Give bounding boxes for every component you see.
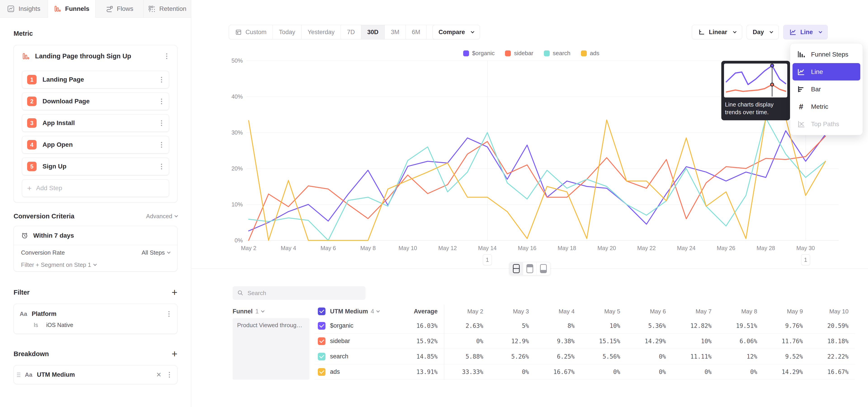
tab-label: Insights <box>19 5 40 12</box>
range-label: Yesterday <box>308 29 335 36</box>
tab-insights[interactable]: Insights <box>0 0 48 18</box>
remove-breakdown-icon[interactable]: × <box>155 370 162 379</box>
x-axis-tick: May 12 <box>438 245 457 251</box>
conversion-rate-dropdown[interactable]: All Steps <box>142 249 170 256</box>
select-all-checkbox[interactable] <box>318 308 326 315</box>
range-option-30d[interactable]: 30D <box>361 25 385 39</box>
tab-funnels[interactable]: Funnels <box>48 0 96 18</box>
step-number-badge: 4 <box>27 140 37 150</box>
add-step-button[interactable]: +Add Step <box>22 179 169 197</box>
legend-swatch <box>544 51 550 56</box>
top-paths-icon <box>797 120 805 128</box>
filter-segment-dropdown[interactable]: Filter + Segment on Step 1 <box>14 258 177 271</box>
legend-swatch <box>581 51 587 56</box>
add-breakdown-button[interactable]: + <box>172 349 178 359</box>
step-kebab-icon[interactable] <box>159 97 164 106</box>
series-checkbox[interactable] <box>318 337 326 345</box>
breakdown-kebab-icon[interactable] <box>167 370 172 379</box>
funnel-step[interactable]: 2 Download Page <box>22 92 169 110</box>
chart-type-button[interactable]: Line <box>783 25 828 39</box>
bar-chart-icon <box>797 85 805 93</box>
x-axis-tick: May 6 <box>320 245 336 251</box>
menu-item-metric[interactable]: # Metric <box>793 98 860 115</box>
table-cell: 9.38% <box>535 338 581 345</box>
flows-icon <box>105 5 113 12</box>
range-option-6m[interactable]: 6M <box>406 25 427 39</box>
step-kebab-icon[interactable] <box>159 75 164 84</box>
step-number-badge: 2 <box>27 97 37 106</box>
add-step-label: Add Step <box>36 185 62 192</box>
table-header: Funnel 1 UTM Medium 4 Average May 2May 3… <box>232 305 855 318</box>
filter-value[interactable]: iOS Native <box>46 322 73 328</box>
table-cell: 0% <box>627 353 672 360</box>
advanced-dropdown[interactable]: Advanced <box>146 213 178 220</box>
x-axis-tick: May 8 <box>360 245 376 251</box>
x-axis-tick: May 10 <box>399 245 417 251</box>
table-cell: 22.22% <box>809 353 855 360</box>
breakdown-column-header[interactable]: UTM Medium <box>330 308 368 315</box>
filter-kebab-icon[interactable] <box>166 309 171 319</box>
date-column-header: May 2 <box>444 308 490 315</box>
average-value: 15.92% <box>416 338 444 345</box>
range-option-7d[interactable]: 7D <box>341 25 361 39</box>
step-label: App Install <box>42 119 159 127</box>
add-filter-button[interactable]: + <box>172 287 178 298</box>
layout-bottom-toggle[interactable] <box>537 262 550 275</box>
funnel-step[interactable]: 5 Sign Up <box>22 158 169 175</box>
range-option-custom[interactable]: Custom <box>229 25 273 39</box>
legend-item[interactable]: ads <box>581 50 599 57</box>
table-cell: 11.11% <box>672 353 718 360</box>
layout-top-toggle[interactable] <box>523 262 537 275</box>
calendar-icon <box>235 29 242 35</box>
funnel-name-cell[interactable]: Product Viewed through P... <box>232 318 309 380</box>
table-cell: 14.29% <box>627 338 672 345</box>
series-checkbox[interactable] <box>318 368 326 376</box>
range-option-yesterday[interactable]: Yesterday <box>302 25 341 39</box>
menu-item-bar[interactable]: Bar <box>793 81 860 98</box>
table-cell: 10% <box>672 338 718 345</box>
funnel-step[interactable]: 1 Landing Page <box>22 71 169 88</box>
menu-item-top-paths[interactable]: Top Paths <box>793 115 860 133</box>
y-axis-tick: 20% <box>222 165 243 172</box>
breakdown-property[interactable]: UTM Medium <box>37 371 151 378</box>
filter-operator[interactable]: Is <box>34 322 38 328</box>
menu-item-funnel-steps[interactable]: Funnel Steps <box>793 46 860 63</box>
step-kebab-icon[interactable] <box>159 119 164 128</box>
step-kebab-icon[interactable] <box>159 162 164 171</box>
interval-button[interactable]: Day <box>747 25 779 39</box>
drag-handle-icon[interactable] <box>17 373 20 377</box>
table-cell: 0% <box>627 369 672 375</box>
table-cell: 8% <box>535 322 581 329</box>
table-cell: 5.56% <box>581 353 627 360</box>
metric-kebab-icon[interactable] <box>164 52 169 61</box>
series-checkbox[interactable] <box>318 322 326 330</box>
filter-property[interactable]: Platform <box>32 310 162 317</box>
legend-item[interactable]: search <box>544 50 570 57</box>
step-kebab-icon[interactable] <box>159 140 164 150</box>
table-cell: 10% <box>581 322 627 329</box>
funnel-step[interactable]: 4 App Open <box>22 136 169 154</box>
conversion-window-row[interactable]: Within 7 days <box>14 226 177 245</box>
legend-item[interactable]: $organic <box>463 50 495 57</box>
tab-retention[interactable]: Retention <box>144 0 191 18</box>
legend-item[interactable]: sidebar <box>505 50 533 57</box>
series-checkbox[interactable] <box>318 353 326 361</box>
funnel-column-header[interactable]: Funnel 1 <box>232 308 312 315</box>
annotation-badge[interactable]: 1 <box>801 254 810 265</box>
search-input[interactable]: Search <box>232 286 366 300</box>
range-option-today[interactable]: Today <box>273 25 302 39</box>
legend-label: sidebar <box>514 50 533 57</box>
range-option-3m[interactable]: 3M <box>385 25 406 39</box>
funnel-step[interactable]: 3 App Install <box>22 114 169 132</box>
table-cell: 9.76% <box>764 322 809 329</box>
tab-flows[interactable]: Flows <box>96 0 144 18</box>
range-label: 3M <box>391 29 399 36</box>
annotation-badge[interactable]: 1 <box>483 254 492 265</box>
table-cell: 12.82% <box>672 322 718 329</box>
layout-split-toggle[interactable] <box>509 262 523 275</box>
compare-button[interactable]: Compare <box>432 25 480 39</box>
metric-card: Landing Page through Sign Up 1 Landing P… <box>13 45 178 202</box>
menu-item-line[interactable]: Line <box>793 63 860 81</box>
table-cell: 12.9% <box>490 338 535 345</box>
scale-button[interactable]: Linear <box>692 25 742 39</box>
